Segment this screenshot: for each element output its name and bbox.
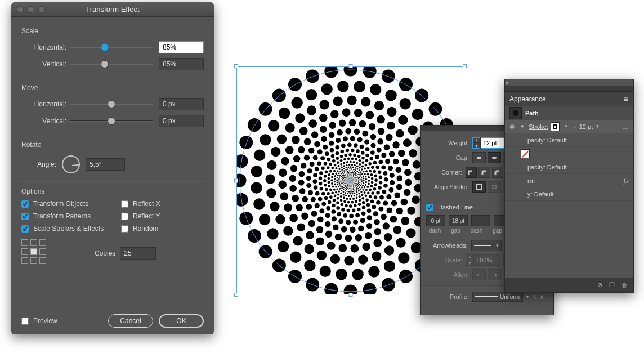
handle-tr[interactable] — [463, 64, 467, 68]
dash-1-input[interactable] — [471, 215, 490, 226]
ok-button[interactable]: OK — [159, 314, 204, 328]
visibility-icon[interactable]: ◉ — [509, 123, 518, 130]
move-vertical-label: Vertical: — [21, 117, 66, 125]
cancel-button[interactable]: Cancel — [108, 314, 153, 328]
align-inside-icon[interactable] — [488, 181, 501, 193]
appearance-transform-row[interactable]: rm fx — [505, 174, 633, 187]
dialog-titlebar[interactable]: Transform Effect — [11, 2, 214, 17]
arrow-align-b-icon: ⇥ — [488, 269, 501, 280]
arrowheads-label: Arrowheads: — [426, 242, 468, 249]
fx-icon[interactable]: fx — [624, 176, 629, 185]
panel-grip-2[interactable] — [505, 86, 633, 92]
appearance-fill-row[interactable] — [505, 147, 633, 160]
corner-bevel-icon[interactable] — [492, 167, 503, 178]
handle-bl[interactable] — [234, 293, 238, 297]
move-horizontal-input[interactable] — [159, 98, 204, 110]
move-section-label: Move — [21, 84, 204, 92]
move-vertical-slider[interactable] — [70, 117, 153, 126]
close-icon[interactable] — [17, 6, 24, 13]
fill-none-swatch[interactable] — [521, 149, 530, 158]
align-center-icon[interactable] — [472, 181, 486, 193]
minimize-icon[interactable] — [28, 6, 34, 13]
appearance-panel: « Appearance ≡ Path ◉ ▾ Stroke: ▼ ⌄ 12 p… — [504, 79, 634, 293]
preview-checkbox[interactable]: Preview — [21, 317, 102, 325]
scale-vertical-slider[interactable] — [70, 60, 153, 69]
cap-label: Cap: — [426, 154, 469, 161]
cap-butt-icon[interactable] — [472, 152, 486, 163]
svg-rect-939 — [477, 185, 481, 189]
appearance-opacity-row-3[interactable]: y: Default — [505, 187, 633, 201]
profile-label: Profile: — [426, 293, 469, 300]
appearance-path-row[interactable]: Path — [505, 106, 633, 120]
transform-effect-label: rm — [527, 177, 535, 184]
transform-patterns-checkbox[interactable]: Transform Patterns — [21, 212, 104, 220]
panel-collapse-icon[interactable]: « — [505, 79, 508, 86]
weight-label: Weight: — [426, 140, 469, 146]
handle-bm[interactable] — [348, 293, 352, 297]
align-stroke-label: Align Stroke: — [426, 184, 469, 190]
transform-effect-dialog: Transform Effect Scale Horizontal: Verti… — [11, 2, 214, 334]
arrow-scale-start: ▲▼ — [466, 254, 500, 266]
gap-lbl: gap — [447, 227, 464, 234]
path-thumb-icon — [509, 107, 522, 119]
corner-miter-icon[interactable] — [466, 167, 477, 178]
window-controls — [17, 6, 45, 13]
disclosure-icon[interactable]: ▾ — [521, 123, 527, 130]
handle-tm[interactable] — [348, 64, 352, 68]
arrow-align-a-icon: ⇤ — [472, 269, 486, 280]
clear-appearance-icon[interactable]: ⊘ — [597, 281, 602, 289]
copies-label: Copies — [95, 249, 115, 257]
scale-section-label: Scale — [21, 27, 204, 35]
arrow-scale-label: Scale: — [426, 257, 462, 263]
arrowhead-start-select[interactable]: ▼ — [471, 240, 502, 251]
opacity-label-1: pacity: — [527, 137, 545, 144]
svg-rect-936 — [477, 157, 481, 159]
flip-along-icon[interactable]: ⤨ — [532, 293, 537, 301]
corner-round-icon[interactable] — [478, 167, 490, 178]
move-vertical-input[interactable] — [159, 115, 204, 127]
reflect-y-checkbox[interactable]: Reflect Y — [121, 212, 204, 220]
panel-menu-icon[interactable]: ≡ — [624, 95, 629, 104]
appearance-stroke-row[interactable]: ◉ ▾ Stroke: ▼ ⌄ 12 pt ▼ … — [505, 120, 633, 133]
copies-input[interactable] — [120, 247, 156, 260]
row-more-icon[interactable]: … — [623, 123, 629, 130]
svg-rect-937 — [492, 157, 497, 159]
stroke-link[interactable]: Stroke: — [529, 123, 548, 130]
rotate-section-label: Rotate — [21, 141, 204, 149]
gap-lbl2: gap — [489, 227, 506, 234]
opacity-label-2: pacity: — [527, 164, 545, 171]
move-horizontal-label: Horizontal: — [21, 100, 66, 108]
scale-strokes-checkbox[interactable]: Scale Strokes & Effects — [21, 225, 104, 233]
svg-point-942 — [513, 110, 518, 116]
transform-objects-checkbox[interactable]: Transform Objects — [21, 200, 104, 208]
appearance-opacity-row-1[interactable]: pacity: Default — [505, 133, 633, 147]
zoom-icon[interactable] — [38, 6, 45, 13]
appearance-opacity-row-2[interactable]: pacity: Default — [505, 160, 633, 174]
handle-ml[interactable] — [234, 178, 238, 182]
reflect-x-checkbox[interactable]: Reflect X — [121, 200, 204, 208]
scale-horizontal-label: Horizontal: — [21, 43, 66, 51]
stroke-swatch[interactable] — [551, 122, 560, 131]
rotate-angle-knob[interactable] — [62, 155, 80, 173]
rotate-angle-input[interactable] — [86, 158, 125, 171]
appearance-stroke-weight[interactable]: 12 pt — [579, 123, 593, 130]
dash-lbl2: dash — [468, 227, 485, 234]
random-checkbox[interactable]: Random — [121, 225, 204, 233]
scale-vertical-label: Vertical: — [21, 60, 66, 68]
scale-horizontal-input[interactable] — [159, 41, 204, 53]
appearance-tab[interactable]: Appearance — [509, 95, 546, 103]
move-horizontal-slider[interactable] — [70, 100, 153, 109]
appearance-path-label: Path — [525, 110, 539, 117]
flip-across-icon[interactable]: ⤪ — [539, 293, 544, 301]
profile-select[interactable]: Uniform — [472, 292, 523, 302]
weight-input[interactable] — [481, 138, 507, 148]
handle-tl[interactable] — [234, 64, 238, 68]
anchor-9point[interactable] — [21, 239, 46, 264]
delete-item-icon[interactable]: 🗑 — [621, 282, 628, 289]
scale-horizontal-slider[interactable] — [70, 43, 153, 52]
gap-0-input[interactable] — [449, 215, 468, 226]
duplicate-item-icon[interactable]: ❐ — [609, 281, 615, 289]
cap-round-icon[interactable] — [488, 152, 501, 163]
scale-vertical-input[interactable] — [159, 58, 204, 70]
dash-0-input[interactable] — [426, 215, 445, 226]
